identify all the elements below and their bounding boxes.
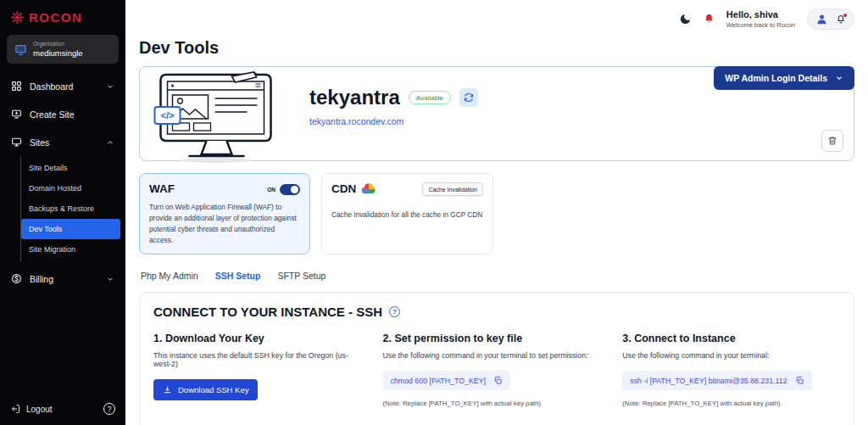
step-title: 1. Download Your Key bbox=[153, 333, 361, 344]
download-icon bbox=[163, 385, 172, 394]
ssh-section-title: CONNECT TO YOUR INSTANCE - SSH bbox=[153, 305, 382, 319]
logout-icon bbox=[10, 404, 20, 414]
grid-icon bbox=[11, 81, 22, 92]
ssh-step-permission: 2. Set permission to key file Use the fo… bbox=[383, 333, 601, 407]
user-menu[interactable] bbox=[807, 8, 854, 30]
waf-card: WAF ON Turn on Web Application Firewall … bbox=[139, 173, 310, 254]
notification-dot bbox=[843, 14, 847, 17]
copy-chmod-button[interactable] bbox=[493, 376, 503, 385]
sites-submenu: Site Details Domain Hosted Backups & Res… bbox=[20, 156, 120, 261]
sidebar-item-label: Sites bbox=[30, 137, 49, 148]
logout-button[interactable]: Logout bbox=[10, 404, 53, 414]
help-label: ? bbox=[108, 405, 112, 413]
greeting-name: Hello, shiva bbox=[726, 9, 795, 20]
download-ssh-key-button[interactable]: Download SSH Key bbox=[153, 379, 258, 400]
feature-cards: WAF ON Turn on Web Application Firewall … bbox=[139, 173, 854, 254]
rocon-logo-icon bbox=[10, 10, 25, 25]
tab-sftp-setup[interactable]: SFTP Setup bbox=[277, 268, 326, 283]
sidebar-footer: Logout ? bbox=[0, 393, 125, 425]
site-illustration: </> bbox=[140, 67, 309, 160]
step-note: (Note: Replace [PATH_TO_KEY] with actual… bbox=[383, 400, 601, 407]
site-name: tekyantra bbox=[309, 86, 400, 109]
avatar-icon bbox=[815, 13, 828, 25]
step-title: 3. Connect to Instance bbox=[622, 333, 840, 344]
waf-toggle[interactable] bbox=[280, 184, 300, 195]
organization-selector[interactable]: Organization mediumsingle bbox=[7, 35, 119, 64]
sidebar-item-site-migration[interactable]: Site Migration bbox=[21, 239, 120, 260]
chevron-up-icon bbox=[106, 138, 114, 147]
ssh-command-text: ssh -i [PATH_TO_KEY] bitnami@35.88.231.1… bbox=[630, 377, 787, 385]
cache-invalidation-button[interactable]: Cache Invalidation bbox=[422, 182, 483, 196]
sidebar-item-create-site[interactable]: Create Site bbox=[0, 100, 125, 128]
site-card: </> tekyantra Available tekyantra.rocond… bbox=[139, 66, 854, 161]
sidebar-item-site-details[interactable]: Site Details bbox=[21, 158, 120, 178]
ssh-command-chip: ssh -i [PATH_TO_KEY] bitnami@35.88.231.1… bbox=[622, 371, 811, 390]
sidebar-item-billing[interactable]: Billing bbox=[0, 265, 125, 293]
organization-label: Organization bbox=[33, 41, 83, 47]
notifications-bell-icon bbox=[836, 14, 846, 25]
site-domain-link[interactable]: tekyantra.rocondev.com bbox=[309, 116, 403, 126]
step-note: (Note: Replace [PATH_TO_KEY] with actual… bbox=[622, 400, 840, 407]
restart-site-button[interactable] bbox=[459, 88, 478, 107]
copy-icon bbox=[795, 376, 804, 385]
cdn-title: CDN bbox=[331, 182, 356, 195]
cdn-card: CDN bbox=[321, 173, 493, 254]
page-title: Dev Tools bbox=[125, 31, 868, 66]
ssh-help-icon[interactable]: ? bbox=[389, 306, 400, 317]
sidebar-item-domain-hosted[interactable]: Domain Hosted bbox=[21, 178, 120, 199]
ssh-steps: 1. Download Your Key This instance uses … bbox=[153, 333, 840, 407]
step-title: 2. Set permission to key file bbox=[383, 333, 601, 344]
copy-ssh-button[interactable] bbox=[795, 376, 804, 385]
status-badge: Available bbox=[409, 91, 451, 104]
help-button[interactable]: ? bbox=[103, 403, 115, 415]
sidebar-item-label: Billing bbox=[30, 274, 53, 284]
refresh-icon bbox=[464, 92, 474, 103]
organization-name: mediumsingle bbox=[33, 48, 83, 58]
wp-admin-login-button[interactable]: WP Admin Login Details bbox=[714, 66, 854, 90]
monitor-icon bbox=[11, 137, 22, 148]
delete-site-button[interactable] bbox=[821, 130, 843, 152]
dark-mode-toggle[interactable] bbox=[679, 13, 692, 25]
topbar: Hello, shiva Welcome back to Rocon bbox=[125, 0, 868, 31]
sidebar-item-backups-restore[interactable]: Backups & Restore bbox=[21, 199, 120, 219]
content: </> tekyantra Available tekyantra.rocond… bbox=[125, 66, 868, 425]
wp-admin-login-label: WP Admin Login Details bbox=[725, 73, 827, 83]
sidebar-item-dashboard[interactable]: Dashboard bbox=[0, 72, 125, 100]
copy-icon bbox=[493, 376, 503, 385]
ssh-section: CONNECT TO YOUR INSTANCE - SSH ? 1. Down… bbox=[139, 292, 854, 425]
trash-icon bbox=[827, 136, 837, 146]
tab-phpmyadmin[interactable]: Php My Admin bbox=[141, 268, 198, 283]
chevron-down-icon bbox=[835, 74, 843, 82]
chmod-command-chip: chmod 600 [PATH_TO_KEY] bbox=[383, 371, 510, 390]
logout-label: Logout bbox=[26, 405, 53, 414]
site-info: tekyantra Available tekyantra.rocondev.c… bbox=[309, 67, 478, 160]
moon-icon bbox=[679, 13, 692, 25]
tab-ssh-setup[interactable]: SSH Setup bbox=[215, 268, 261, 283]
chevron-down-icon bbox=[106, 82, 114, 91]
waf-toggle-label: ON bbox=[267, 187, 275, 193]
cdn-description: Cache Invalidation for all the cache in … bbox=[331, 210, 483, 221]
sidebar-nav: Dashboard Create Site Sites Site Details… bbox=[0, 72, 125, 393]
greeting-subtitle: Welcome back to Rocon bbox=[726, 21, 795, 29]
download-ssh-key-label: Download SSH Key bbox=[178, 385, 248, 394]
alert-bell-icon[interactable] bbox=[704, 14, 715, 25]
step-description: Use the following command in your termin… bbox=[383, 351, 601, 360]
dev-tools-tabs: Php My Admin SSH Setup SFTP Setup bbox=[141, 268, 853, 283]
waf-title: WAF bbox=[149, 182, 175, 195]
monitor-plus-icon bbox=[11, 109, 22, 120]
step-description: This instance uses the default SSH key f… bbox=[153, 351, 361, 368]
chmod-command-text: chmod 600 [PATH_TO_KEY] bbox=[391, 377, 486, 385]
greeting-block: Hello, shiva Welcome back to Rocon bbox=[726, 9, 795, 29]
chevron-down-icon bbox=[106, 275, 114, 283]
app-logo-text: ROCON bbox=[29, 10, 82, 25]
app-logo[interactable]: ROCON bbox=[0, 0, 125, 31]
billing-icon bbox=[11, 273, 22, 284]
sidebar-item-label: Create Site bbox=[30, 109, 75, 120]
waf-description: Turn on Web Application Firewall (WAF) t… bbox=[149, 202, 300, 245]
sidebar: ROCON Organization mediumsingle Dashboar… bbox=[0, 0, 125, 425]
ssh-step-download: 1. Download Your Key This instance uses … bbox=[153, 333, 361, 407]
organization-icon bbox=[14, 43, 27, 56]
main-area: Hello, shiva Welcome back to Rocon Dev T… bbox=[125, 0, 868, 425]
sidebar-item-dev-tools[interactable]: Dev Tools bbox=[21, 219, 120, 239]
sidebar-item-sites[interactable]: Sites bbox=[0, 128, 125, 156]
